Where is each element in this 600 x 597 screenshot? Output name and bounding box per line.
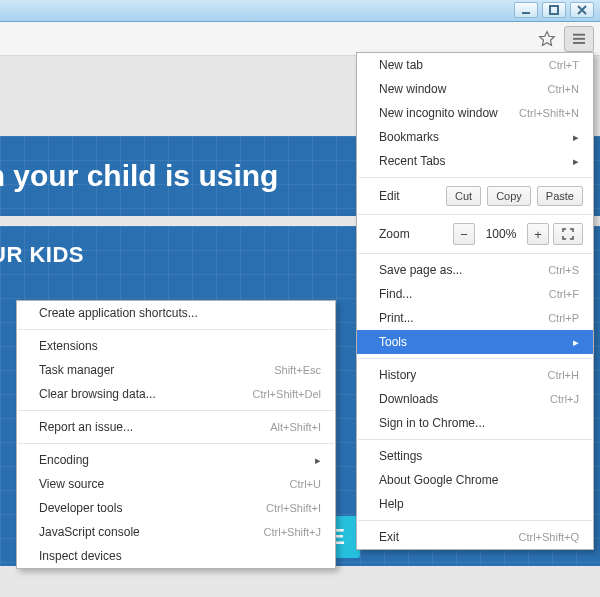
- menu-separator: [358, 439, 592, 440]
- tools-report-issue[interactable]: Report an issue... Alt+Shift+I: [17, 415, 335, 439]
- svg-rect-1: [573, 33, 585, 35]
- menu-separator: [18, 410, 334, 411]
- menu-downloads[interactable]: Downloads Ctrl+J: [357, 387, 593, 411]
- menu-save-page[interactable]: Save page as... Ctrl+S: [357, 258, 593, 282]
- tools-submenu: Create application shortcuts... Extensio…: [16, 300, 336, 569]
- menu-separator: [358, 177, 592, 178]
- chrome-main-menu: New tab Ctrl+T New window Ctrl+N New inc…: [356, 52, 594, 550]
- tools-developer-tools[interactable]: Developer tools Ctrl+Shift+I: [17, 496, 335, 520]
- menu-exit[interactable]: Exit Ctrl+Shift+Q: [357, 525, 593, 549]
- tools-view-source[interactable]: View source Ctrl+U: [17, 472, 335, 496]
- tools-js-console[interactable]: JavaScript console Ctrl+Shift+J: [17, 520, 335, 544]
- fullscreen-button[interactable]: [553, 223, 583, 245]
- menu-separator: [18, 329, 334, 330]
- window-minimize-button[interactable]: [514, 2, 538, 18]
- tools-task-manager[interactable]: Task manager Shift+Esc: [17, 358, 335, 382]
- menu-new-incognito[interactable]: New incognito window Ctrl+Shift+N: [357, 101, 593, 125]
- menu-separator: [358, 253, 592, 254]
- menu-recent-tabs[interactable]: Recent Tabs: [357, 149, 593, 173]
- menu-edit-label: Edit: [379, 189, 400, 203]
- menu-separator: [358, 520, 592, 521]
- menu-history[interactable]: History Ctrl+H: [357, 363, 593, 387]
- tools-clear-data[interactable]: Clear browsing data... Ctrl+Shift+Del: [17, 382, 335, 406]
- window-maximize-button[interactable]: [542, 2, 566, 18]
- menu-tools[interactable]: Tools: [357, 330, 593, 354]
- menu-find[interactable]: Find... Ctrl+F: [357, 282, 593, 306]
- tools-encoding[interactable]: Encoding: [17, 448, 335, 472]
- customize-menu-button[interactable]: [564, 26, 594, 52]
- menu-print[interactable]: Print... Ctrl+P: [357, 306, 593, 330]
- menu-separator: [358, 214, 592, 215]
- hamburger-icon: [570, 30, 588, 48]
- menu-signin[interactable]: Sign in to Chrome...: [357, 411, 593, 435]
- svg-rect-0: [550, 6, 558, 14]
- menu-about[interactable]: About Google Chrome: [357, 468, 593, 492]
- zoom-in-button[interactable]: +: [527, 223, 549, 245]
- svg-rect-3: [573, 42, 585, 44]
- tools-extensions[interactable]: Extensions: [17, 334, 335, 358]
- tools-create-shortcuts[interactable]: Create application shortcuts...: [17, 301, 335, 325]
- hero-headline: en your child is using: [0, 159, 278, 193]
- zoom-value: 100%: [479, 227, 523, 241]
- menu-edit-row: Edit Cut Copy Paste: [357, 182, 593, 210]
- window-chrome: [0, 0, 600, 22]
- browser-toolbar: [0, 22, 600, 56]
- menu-zoom-label: Zoom: [379, 227, 410, 241]
- edit-copy-button[interactable]: Copy: [487, 186, 531, 206]
- menu-zoom-row: Zoom − 100% +: [357, 219, 593, 249]
- svg-rect-2: [573, 37, 585, 39]
- menu-bookmarks[interactable]: Bookmarks: [357, 125, 593, 149]
- zoom-out-button[interactable]: −: [453, 223, 475, 245]
- menu-separator: [358, 358, 592, 359]
- menu-new-window[interactable]: New window Ctrl+N: [357, 77, 593, 101]
- star-icon: [538, 30, 556, 48]
- edit-cut-button[interactable]: Cut: [446, 186, 481, 206]
- fullscreen-icon: [562, 228, 574, 240]
- menu-new-tab[interactable]: New tab Ctrl+T: [357, 53, 593, 77]
- tools-inspect-devices[interactable]: Inspect devices: [17, 544, 335, 568]
- window-close-button[interactable]: [570, 2, 594, 18]
- bookmark-star-button[interactable]: [532, 26, 562, 52]
- menu-separator: [18, 443, 334, 444]
- menu-settings[interactable]: Settings: [357, 444, 593, 468]
- edit-paste-button[interactable]: Paste: [537, 186, 583, 206]
- menu-help[interactable]: Help: [357, 492, 593, 516]
